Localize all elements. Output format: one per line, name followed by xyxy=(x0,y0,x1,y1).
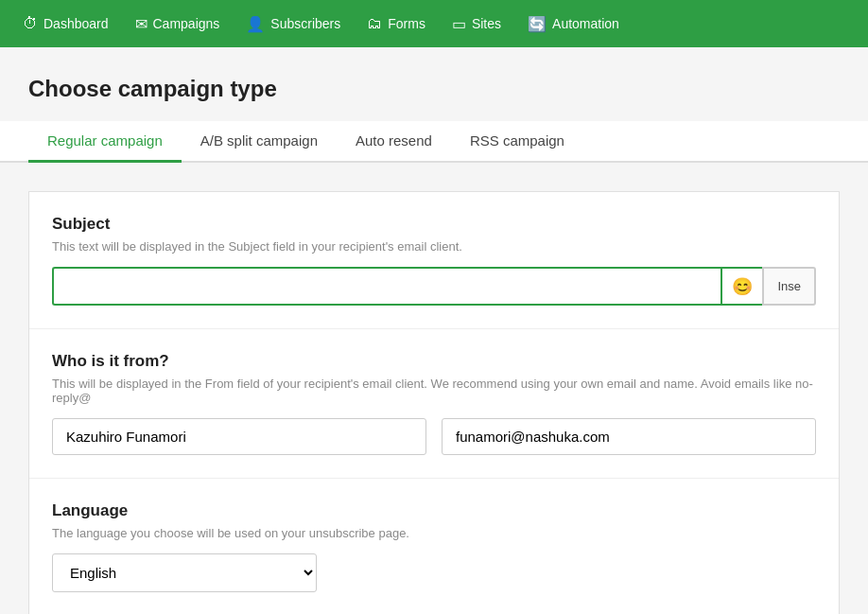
tab-ab-split[interactable]: A/B split campaign xyxy=(182,121,337,163)
tab-regular[interactable]: Regular campaign xyxy=(28,121,182,163)
language-desc: The language you choose will be used on … xyxy=(52,526,816,540)
emoji-button[interactable]: 😊 xyxy=(720,267,762,306)
insert-button[interactable]: Inse xyxy=(762,267,816,306)
nav-label: Forms xyxy=(388,16,425,31)
nav-label: Dashboard xyxy=(43,16,109,31)
subject-title: Subject xyxy=(52,215,816,234)
main-nav: ⏱ Dashboard ✉ Campaigns 👤 Subscribers 🗂 … xyxy=(0,0,868,47)
nav-label: Campaigns xyxy=(153,16,220,31)
from-section: Who is it from? This will be displayed i… xyxy=(29,328,839,478)
page-title: Choose campaign type xyxy=(28,76,840,102)
sites-icon: ▭ xyxy=(452,15,466,33)
nav-item-sites[interactable]: ▭ Sites xyxy=(439,0,514,47)
nav-item-automation[interactable]: 🔄 Automation xyxy=(514,0,633,47)
nav-label: Subscribers xyxy=(270,16,340,31)
language-title: Language xyxy=(52,501,816,520)
subject-section: Subject This text will be displayed in t… xyxy=(29,192,839,328)
nav-item-dashboard[interactable]: ⏱ Dashboard xyxy=(9,0,122,47)
from-desc: This will be displayed in the From field… xyxy=(52,377,816,405)
subject-input[interactable] xyxy=(52,267,720,306)
automation-icon: 🔄 xyxy=(528,15,547,33)
forms-icon: 🗂 xyxy=(367,15,382,32)
nav-item-subscribers[interactable]: 👤 Subscribers xyxy=(233,0,354,47)
subject-input-row: 😊 Inse xyxy=(52,267,816,306)
nav-label: Automation xyxy=(552,16,619,31)
language-section: Language The language you choose will be… xyxy=(29,478,839,614)
dashboard-icon: ⏱ xyxy=(23,15,38,32)
campaign-form: Subject This text will be displayed in t… xyxy=(28,191,840,614)
sender-name-input[interactable] xyxy=(52,418,426,455)
from-input-row xyxy=(52,418,816,455)
campaign-type-tabs: Regular campaign A/B split campaign Auto… xyxy=(0,121,868,163)
sender-email-input[interactable] xyxy=(442,418,816,455)
language-select[interactable]: English Japanese Spanish French German C… xyxy=(52,553,317,592)
tab-rss-campaign[interactable]: RSS campaign xyxy=(451,121,583,163)
campaigns-icon: ✉ xyxy=(135,15,148,33)
page-body: Choose campaign type Regular campaign A/… xyxy=(0,47,868,614)
nav-label: Sites xyxy=(472,16,501,31)
nav-item-campaigns[interactable]: ✉ Campaigns xyxy=(122,0,234,47)
subscribers-icon: 👤 xyxy=(246,15,265,33)
nav-item-forms[interactable]: 🗂 Forms xyxy=(354,0,439,47)
subject-desc: This text will be displayed in the Subje… xyxy=(52,239,816,254)
tab-auto-resend[interactable]: Auto resend xyxy=(337,121,451,163)
from-title: Who is it from? xyxy=(52,352,816,371)
emoji-icon: 😊 xyxy=(732,276,753,297)
